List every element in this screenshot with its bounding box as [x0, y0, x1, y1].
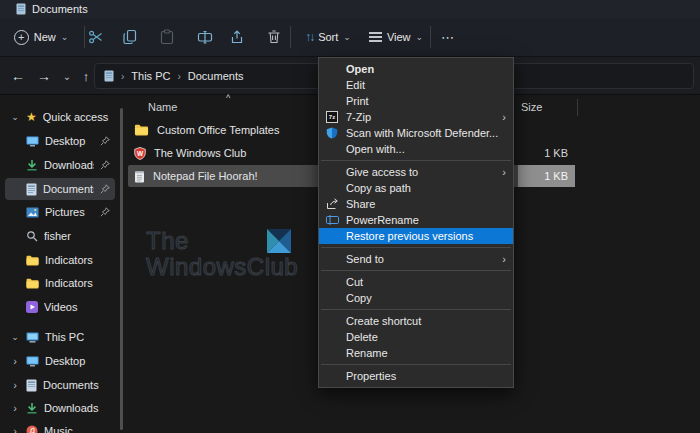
context-menu-item-print[interactable]: Print	[319, 93, 513, 109]
context-menu-item-rename[interactable]: Rename	[319, 345, 513, 361]
file-size	[518, 119, 575, 141]
context-menu-item-copy-as-path[interactable]: Copy as path	[319, 180, 513, 196]
context-menu-item-cut[interactable]: Cut	[319, 274, 513, 290]
desktop-icon	[26, 136, 39, 147]
column-divider[interactable]	[577, 99, 578, 116]
sidebar-item-this-pc-music[interactable]: › Music	[5, 420, 115, 433]
view-label: View	[387, 31, 411, 43]
copy-button[interactable]	[117, 22, 143, 52]
more-options-button[interactable]: ⋯	[436, 22, 460, 52]
powerrename-icon	[326, 215, 339, 226]
ellipsis-icon: ⋯	[441, 30, 455, 45]
context-menu-item-send-to[interactable]: Send to ›	[319, 251, 513, 267]
context-menu-item-properties[interactable]: Properties	[319, 368, 513, 384]
context-menu: Open Edit Print 7z 7-Zip › Scan with Mic…	[318, 57, 514, 388]
chevron-down-icon: ⌄	[10, 332, 20, 342]
sidebar-item-this-pc[interactable]: ⌄ This PC	[5, 326, 115, 348]
scissors-icon	[88, 29, 104, 45]
context-menu-item-edit[interactable]: Edit	[319, 77, 513, 93]
context-menu-item-delete[interactable]: Delete	[319, 329, 513, 345]
view-button[interactable]: View ⌄	[365, 22, 427, 52]
submenu-arrow-icon: ›	[502, 111, 506, 123]
delete-button[interactable]	[261, 22, 287, 52]
sidebar-scrollbar[interactable]	[120, 108, 123, 430]
context-menu-item-open[interactable]: Open	[319, 61, 513, 77]
column-header-size[interactable]: Size	[521, 101, 542, 113]
twc-logo-icon	[267, 229, 291, 253]
sidebar-item-fisher[interactable]: fisher	[5, 225, 115, 247]
sidebar-item-this-pc-downloads[interactable]: › Downloads	[5, 397, 115, 419]
pin-icon	[100, 136, 110, 146]
toolbar-separator	[290, 26, 291, 48]
chevron-right-icon: ›	[10, 402, 20, 414]
sidebar-item-this-pc-documents[interactable]: › Documents	[5, 374, 115, 396]
menu-separator	[321, 270, 511, 271]
documents-icon	[26, 379, 37, 392]
folder-icon	[26, 255, 39, 266]
sidebar-item-indicators-2[interactable]: Indicators	[5, 272, 115, 294]
context-menu-item-copy[interactable]: Copy	[319, 290, 513, 306]
sidebar-item-this-pc-desktop[interactable]: › Desktop	[5, 350, 115, 372]
context-menu-item-share[interactable]: Share	[319, 196, 513, 212]
menu-separator	[321, 160, 511, 161]
sort-button[interactable]: ↑↓ Sort ⌄	[297, 22, 359, 52]
rename-icon	[197, 29, 213, 45]
downloads-icon	[26, 402, 38, 414]
document-icon	[16, 3, 26, 15]
sort-icon: ↑↓	[305, 30, 313, 44]
context-menu-item-powerrename[interactable]: PowerRename	[319, 212, 513, 228]
share-icon	[326, 198, 339, 210]
context-menu-item-restore-previous-versions[interactable]: Restore previous versions	[319, 228, 513, 244]
breadcrumb-this-pc[interactable]: This PC	[131, 70, 170, 82]
view-icon	[369, 32, 382, 42]
sidebar-item-documents[interactable]: Documents	[5, 178, 115, 200]
context-menu-item-create-shortcut[interactable]: Create shortcut	[319, 313, 513, 329]
new-label: New	[34, 31, 56, 43]
share-button[interactable]	[224, 22, 250, 52]
sidebar-item-downloads[interactable]: Downloads	[5, 154, 115, 176]
breadcrumb-separator-icon: ›	[177, 71, 180, 82]
title-bar: Documents	[0, 0, 700, 18]
rename-button[interactable]	[192, 22, 218, 52]
menu-separator	[321, 247, 511, 248]
chevron-down-icon: ⌄	[343, 32, 351, 42]
sidebar-item-desktop[interactable]: Desktop	[5, 130, 115, 152]
sidebar-item-indicators-1[interactable]: Indicators	[5, 249, 115, 271]
chevron-down-icon: ⌄	[63, 71, 71, 82]
sidebar-item-quick-access[interactable]: ⌄ ★ Quick access	[5, 106, 115, 128]
back-button[interactable]: ←	[7, 66, 29, 86]
context-menu-item-open-with[interactable]: Open with...	[319, 141, 513, 157]
context-menu-item-scan-with-defender[interactable]: Scan with Microsoft Defender...	[319, 125, 513, 141]
chevron-down-icon: ⌄	[416, 32, 424, 42]
menu-separator	[321, 364, 511, 365]
downloads-icon	[26, 159, 38, 171]
context-menu-item-give-access-to[interactable]: Give access to ›	[319, 164, 513, 180]
chevron-right-icon: ›	[10, 425, 20, 433]
cut-button[interactable]	[83, 22, 109, 52]
file-size: 1 KB	[518, 142, 575, 164]
7zip-icon: 7z	[326, 111, 338, 123]
breadcrumb-documents[interactable]: Documents	[188, 70, 244, 82]
desktop-icon	[26, 356, 39, 367]
chevron-down-icon: ⌄	[61, 32, 69, 42]
column-header-name[interactable]: Name	[148, 101, 177, 113]
context-menu-item-7zip[interactable]: 7z 7-Zip ›	[319, 109, 513, 125]
up-icon: ↑	[83, 69, 90, 84]
forward-button[interactable]: →	[33, 66, 55, 86]
command-bar: + New ⌄ ↑↓ Sort ⌄	[0, 18, 700, 57]
paste-button[interactable]	[154, 22, 180, 52]
twc-shield-icon: W	[134, 147, 146, 160]
folder-icon	[26, 278, 39, 289]
sort-label: Sort	[318, 31, 338, 43]
chevron-right-icon: ›	[10, 379, 20, 391]
share-icon	[229, 29, 245, 45]
monitor-icon	[26, 332, 39, 343]
sidebar-item-videos[interactable]: Videos	[5, 296, 115, 318]
copy-icon	[122, 29, 138, 45]
new-button[interactable]: + New ⌄	[8, 22, 74, 52]
file-name: The Windows Club	[154, 147, 246, 159]
submenu-arrow-icon: ›	[502, 253, 506, 265]
videos-icon	[26, 301, 38, 313]
music-icon	[26, 425, 38, 433]
sidebar-item-pictures[interactable]: Pictures	[5, 201, 115, 223]
